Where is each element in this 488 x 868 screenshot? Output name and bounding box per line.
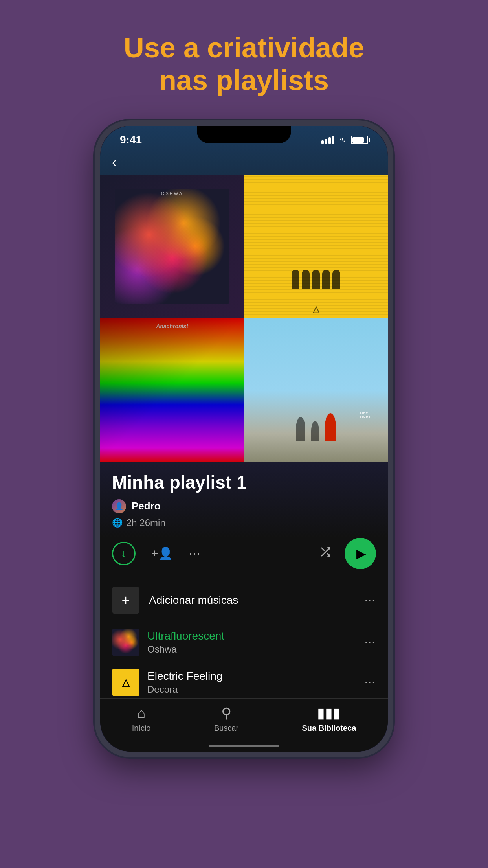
more-options-button[interactable]: ⋯ — [189, 546, 201, 560]
song-info-2: Electric Feeling Decora — [147, 670, 356, 695]
home-icon: ⌂ — [137, 705, 146, 721]
tab-bar: ⌂ Início ⚲ Buscar ▮▮▮ Sua Biblioteca — [100, 698, 388, 745]
album-art-grid: △ FIREFIGHT — [100, 175, 388, 462]
playlist-duration: 2h 26min — [127, 517, 165, 528]
playlist-title: Minha playlist 1 — [112, 472, 376, 493]
add-songs-more-icon[interactable]: ⋯ — [364, 594, 376, 607]
song-artist-1: Oshwa — [147, 644, 356, 655]
add-user-button[interactable]: +👤 — [151, 546, 173, 560]
song-more-1[interactable]: ⋯ — [364, 636, 376, 649]
tab-library[interactable]: ▮▮▮ Sua Biblioteca — [302, 705, 356, 733]
song-row-1[interactable]: Ultrafluorescent Oshwa ⋯ — [100, 622, 388, 662]
author-name: Pedro — [132, 500, 161, 512]
tab-home[interactable]: ⌂ Início — [132, 705, 151, 733]
song-list: + Adicionar músicas ⋯ Ultrafluorescent O… — [100, 579, 388, 698]
author-avatar: 👤 — [112, 499, 126, 513]
headline: Use a criatividade nas playlists — [92, 31, 396, 97]
download-button[interactable]: ↓ — [112, 542, 136, 565]
add-songs-icon: + — [112, 587, 139, 614]
add-songs-row[interactable]: + Adicionar músicas ⋯ — [100, 579, 388, 622]
album-cell-4: FIREFIGHT — [244, 318, 388, 462]
album-cell-3 — [100, 318, 244, 462]
library-icon: ▮▮▮ — [317, 705, 341, 721]
album-cell-2: △ — [244, 175, 388, 318]
home-indicator-area — [100, 745, 388, 752]
signal-icon — [321, 136, 334, 144]
tab-search-label: Buscar — [214, 724, 238, 733]
headline-line2: nas playlists — [159, 64, 329, 96]
song-thumb-1 — [112, 629, 139, 656]
status-bar: 9:41 ∿ — [100, 126, 388, 150]
play-button[interactable]: ▶ — [345, 538, 376, 569]
song-thumb-2: △ — [112, 669, 139, 696]
song-more-2[interactable]: ⋯ — [364, 676, 376, 689]
plus-icon: + — [121, 592, 130, 609]
status-time: 9:41 — [120, 134, 142, 146]
song-row-2[interactable]: △ Electric Feeling Decora ⋯ — [100, 662, 388, 698]
home-bar — [209, 745, 279, 747]
song-artist-2: Decora — [147, 684, 356, 695]
download-icon: ↓ — [121, 547, 127, 560]
album-cell-1 — [100, 175, 244, 318]
play-icon: ▶ — [356, 546, 366, 561]
add-songs-label: Adicionar músicas — [149, 594, 355, 607]
battery-icon — [351, 136, 368, 144]
song-info-1: Ultrafluorescent Oshwa — [147, 630, 356, 655]
tab-search[interactable]: ⚲ Buscar — [214, 705, 238, 733]
phone-shell: 9:41 ∿ ‹ — [95, 120, 393, 757]
add-user-icon: +👤 — [151, 547, 173, 560]
globe-icon: 🌐 — [112, 518, 123, 528]
tab-home-label: Início — [132, 724, 151, 733]
back-button[interactable]: ‹ — [100, 150, 388, 175]
wifi-icon: ∿ — [339, 135, 346, 145]
headline-line1: Use a criatividade — [124, 32, 364, 63]
shuffle-button[interactable] — [319, 545, 333, 562]
song-title-2: Electric Feeling — [147, 670, 356, 682]
song-title-1: Ultrafluorescent — [147, 630, 356, 642]
search-icon: ⚲ — [221, 705, 231, 721]
tab-library-label: Sua Biblioteca — [302, 724, 356, 733]
